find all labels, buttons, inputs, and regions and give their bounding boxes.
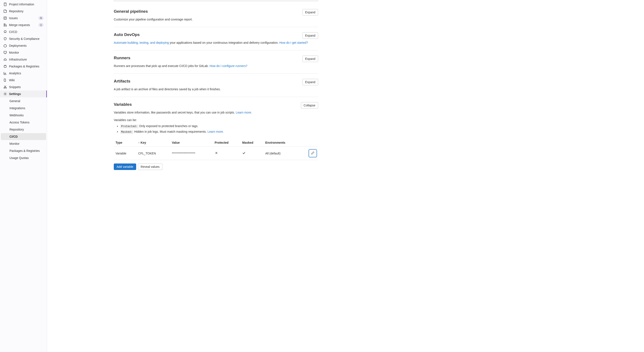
expand-button[interactable]: Expand xyxy=(302,56,318,62)
subnav-label: Packages & Registries xyxy=(10,149,40,152)
configure-runners-link[interactable]: How do I configure runners? xyxy=(210,64,247,68)
list-item: Protected: Only exposed to protected bra… xyxy=(120,123,318,129)
section-runners: Runners Expand Runners are processes tha… xyxy=(114,50,318,74)
section-title: General pipelines xyxy=(114,9,148,14)
merge-requests-badge: 1 xyxy=(38,23,44,27)
th-masked[interactable]: Masked xyxy=(240,139,264,147)
collapse-button[interactable]: Collapse xyxy=(301,102,318,109)
automate-link[interactable]: Automate building, testing, and deployin… xyxy=(114,41,169,44)
sidebar-item-issues[interactable]: Issues 0 xyxy=(0,15,47,22)
sidebar-item-snippets[interactable]: Snippets xyxy=(0,84,47,90)
svg-point-6 xyxy=(4,26,5,26)
edit-variable-button[interactable] xyxy=(309,150,316,157)
check-icon xyxy=(242,151,246,155)
masked-desc: Hidden in job logs. Must match masking r… xyxy=(133,130,208,133)
table-header-row: Type ↑Key Value Protected Masked Environ… xyxy=(114,139,318,147)
expand-button[interactable]: Expand xyxy=(302,32,318,39)
table-row: Variable CFL_TOKEN ******************** … xyxy=(114,147,318,160)
sidebar-item-label: Infrastructure xyxy=(9,58,44,61)
section-desc: Variables store information, like passwo… xyxy=(114,110,318,115)
subnav-label: Usage Quotas xyxy=(10,156,29,160)
subnav-packages[interactable]: Packages & Registries xyxy=(1,147,46,154)
subnav-integrations[interactable]: Integrations xyxy=(1,105,46,112)
svg-point-16 xyxy=(4,87,5,88)
section-variables: Variables Collapse Variables store infor… xyxy=(114,97,318,175)
rocket-icon xyxy=(4,30,7,34)
th-key[interactable]: ↑Key xyxy=(136,139,170,147)
subnav-label: Repository xyxy=(10,128,24,131)
svg-point-20 xyxy=(5,93,6,94)
section-general-pipelines: General pipelines Expand Customize your … xyxy=(114,9,318,27)
sidebar-item-merge-requests[interactable]: Merge requests 1 xyxy=(0,22,47,29)
subnav-monitor[interactable]: Monitor xyxy=(1,140,46,147)
snippets-icon xyxy=(4,85,7,89)
subnav-label: General xyxy=(10,99,20,103)
variables-intro: Variables can be: xyxy=(114,118,318,122)
search-input-outline[interactable] xyxy=(114,0,318,1)
cell-key: CFL_TOKEN xyxy=(136,147,170,160)
subnav-usage-quotas[interactable]: Usage Quotas xyxy=(1,154,46,161)
sidebar-item-wiki[interactable]: Wiki xyxy=(0,77,47,84)
settings-subnav: General Integrations Webhooks Access Tok… xyxy=(0,98,47,161)
issues-icon xyxy=(4,16,7,20)
svg-rect-0 xyxy=(4,3,6,6)
sidebar-item-repository[interactable]: Repository xyxy=(0,8,47,15)
sidebar-item-monitor[interactable]: Monitor xyxy=(0,49,47,56)
getting-started-link[interactable]: How do I get started? xyxy=(280,41,308,44)
th-key-label: Key xyxy=(141,141,146,144)
protected-code: Protected: xyxy=(120,124,138,128)
expand-button[interactable]: Expand xyxy=(302,79,318,85)
cell-environments: All (default) xyxy=(264,147,301,160)
sidebar-item-cicd[interactable]: CI/CD xyxy=(0,29,47,35)
protected-desc: Only exposed to protected branches or ta… xyxy=(138,124,198,128)
masked-learn-more-link[interactable]: Learn more. xyxy=(208,130,224,133)
sidebar-item-deployments[interactable]: Deployments xyxy=(0,42,47,49)
infrastructure-icon xyxy=(4,58,7,61)
svg-rect-8 xyxy=(4,51,6,53)
issues-badge: 0 xyxy=(38,16,44,20)
wiki-icon xyxy=(4,78,7,82)
subnav-label: Monitor xyxy=(10,142,20,145)
sidebar-item-label: Wiki xyxy=(9,78,44,82)
th-protected[interactable]: Protected xyxy=(213,139,240,147)
subnav-cicd[interactable]: CI/CD xyxy=(1,133,46,140)
sidebar-item-project-information[interactable]: Project information xyxy=(0,1,47,8)
desc-text: Runners are processes that pick up and e… xyxy=(114,64,210,68)
expand-button[interactable]: Expand xyxy=(302,9,318,16)
sidebar-item-label: Security & Compliance xyxy=(9,37,44,41)
sidebar-item-security[interactable]: Security & Compliance xyxy=(0,35,47,42)
sidebar-item-analytics[interactable]: Analytics xyxy=(0,70,47,77)
section-desc: A job artifact is an archive of files an… xyxy=(114,87,318,92)
learn-more-link[interactable]: Learn more. xyxy=(236,111,252,114)
gear-icon xyxy=(4,92,7,96)
add-variable-button[interactable]: Add variable xyxy=(114,163,136,170)
th-actions xyxy=(301,139,318,147)
sidebar-item-label: Snippets xyxy=(9,85,44,89)
section-desc: Automate building, testing, and deployin… xyxy=(114,41,318,45)
subnav-webhooks[interactable]: Webhooks xyxy=(1,112,46,119)
sidebar-item-settings[interactable]: Settings xyxy=(0,90,47,97)
svg-point-17 xyxy=(6,87,6,88)
sidebar-item-label: CI/CD xyxy=(9,30,44,34)
subnav-general[interactable]: General xyxy=(1,98,46,104)
subnav-repository[interactable]: Repository xyxy=(1,126,46,133)
th-environments[interactable]: Environments xyxy=(264,139,301,147)
th-type[interactable]: Type xyxy=(114,139,136,147)
svg-line-18 xyxy=(4,86,6,87)
section-desc: Runners are processes that pick up and e… xyxy=(114,64,318,68)
monitor-icon xyxy=(4,51,7,54)
sidebar-item-label: Repository xyxy=(9,10,44,13)
th-value[interactable]: Value xyxy=(170,139,213,147)
sidebar-item-infrastructure[interactable]: Infrastructure xyxy=(0,56,47,63)
svg-rect-10 xyxy=(4,66,6,67)
reveal-values-button[interactable]: Reveal values xyxy=(138,163,162,170)
cell-value: ******************** xyxy=(170,147,213,160)
sidebar-item-label: Deployments xyxy=(9,44,44,47)
sidebar-item-packages[interactable]: Packages & Registries xyxy=(0,63,47,70)
section-title: Auto DevOps xyxy=(114,32,140,37)
list-item: Masked: Hidden in job logs. Must match m… xyxy=(120,129,318,135)
section-desc: Customize your pipeline configuration an… xyxy=(114,17,318,22)
subnav-access-tokens[interactable]: Access Tokens xyxy=(1,119,46,126)
cell-masked xyxy=(240,147,264,160)
merge-icon xyxy=(4,23,7,27)
